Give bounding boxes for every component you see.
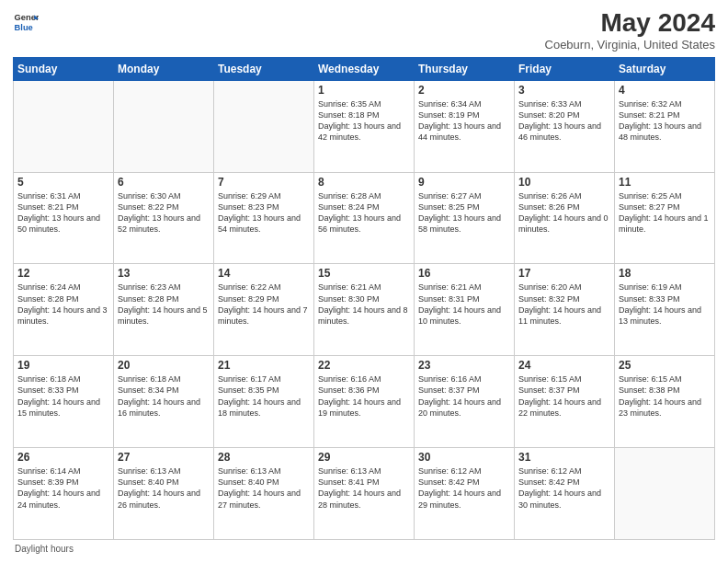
day-cell: 24Sunrise: 6:15 AM Sunset: 8:37 PM Dayli…: [515, 356, 615, 448]
week-row-2: 5Sunrise: 6:31 AM Sunset: 8:21 PM Daylig…: [14, 172, 715, 264]
day-info: Sunrise: 6:33 AM Sunset: 8:20 PM Dayligh…: [518, 98, 610, 144]
day-info: Sunrise: 6:13 AM Sunset: 8:40 PM Dayligh…: [118, 465, 210, 511]
day-number: 21: [218, 359, 310, 372]
title-block: May 2024 Coeburn, Virginia, United State…: [545, 9, 715, 52]
day-number: 7: [218, 176, 310, 189]
day-cell: 9Sunrise: 6:27 AM Sunset: 8:25 PM Daylig…: [415, 172, 515, 264]
day-number: 15: [318, 267, 410, 280]
day-info: Sunrise: 6:26 AM Sunset: 8:26 PM Dayligh…: [518, 190, 610, 236]
day-cell: 22Sunrise: 6:16 AM Sunset: 8:36 PM Dayli…: [314, 356, 415, 448]
day-info: Sunrise: 6:35 AM Sunset: 8:18 PM Dayligh…: [318, 98, 410, 144]
day-info: Sunrise: 6:18 AM Sunset: 8:33 PM Dayligh…: [17, 373, 109, 419]
day-number: 6: [118, 176, 210, 189]
day-cell: 20Sunrise: 6:18 AM Sunset: 8:34 PM Dayli…: [114, 356, 214, 448]
weekday-header-tuesday: Tuesday: [214, 57, 314, 80]
day-info: Sunrise: 6:22 AM Sunset: 8:29 PM Dayligh…: [218, 282, 310, 327]
day-cell: 17Sunrise: 6:20 AM Sunset: 8:32 PM Dayli…: [515, 264, 615, 356]
day-number: 31: [518, 451, 610, 464]
day-cell: [114, 80, 214, 172]
day-info: Sunrise: 6:29 AM Sunset: 8:23 PM Dayligh…: [218, 190, 310, 236]
day-cell: 7Sunrise: 6:29 AM Sunset: 8:23 PM Daylig…: [214, 172, 314, 264]
day-number: 4: [619, 84, 711, 97]
day-cell: 21Sunrise: 6:17 AM Sunset: 8:35 PM Dayli…: [214, 356, 314, 448]
day-cell: 4Sunrise: 6:32 AM Sunset: 8:21 PM Daylig…: [615, 80, 715, 172]
day-info: Sunrise: 6:32 AM Sunset: 8:21 PM Dayligh…: [619, 98, 711, 144]
day-info: Sunrise: 6:16 AM Sunset: 8:37 PM Dayligh…: [418, 373, 510, 419]
day-cell: 13Sunrise: 6:23 AM Sunset: 8:28 PM Dayli…: [114, 264, 214, 356]
day-number: 3: [518, 84, 610, 97]
day-info: Sunrise: 6:13 AM Sunset: 8:40 PM Dayligh…: [218, 465, 310, 511]
day-info: Sunrise: 6:16 AM Sunset: 8:36 PM Dayligh…: [318, 373, 410, 419]
day-cell: 25Sunrise: 6:15 AM Sunset: 8:38 PM Dayli…: [615, 356, 715, 448]
weekday-header-sunday: Sunday: [14, 57, 114, 80]
main-title: May 2024: [545, 9, 715, 38]
day-info: Sunrise: 6:21 AM Sunset: 8:30 PM Dayligh…: [318, 282, 410, 327]
day-cell: 31Sunrise: 6:12 AM Sunset: 8:42 PM Dayli…: [515, 448, 615, 540]
day-info: Sunrise: 6:19 AM Sunset: 8:33 PM Dayligh…: [619, 282, 711, 327]
footer-note: Daylight hours: [13, 544, 715, 554]
day-cell: 18Sunrise: 6:19 AM Sunset: 8:33 PM Dayli…: [615, 264, 715, 356]
day-cell: [214, 80, 314, 172]
day-info: Sunrise: 6:20 AM Sunset: 8:32 PM Dayligh…: [518, 282, 610, 327]
weekday-header-thursday: Thursday: [415, 57, 515, 80]
day-info: Sunrise: 6:15 AM Sunset: 8:37 PM Dayligh…: [518, 373, 610, 419]
day-info: Sunrise: 6:31 AM Sunset: 8:21 PM Dayligh…: [17, 190, 109, 236]
day-cell: 10Sunrise: 6:26 AM Sunset: 8:26 PM Dayli…: [515, 172, 615, 264]
day-cell: 19Sunrise: 6:18 AM Sunset: 8:33 PM Dayli…: [14, 356, 114, 448]
day-number: 2: [418, 84, 510, 97]
day-number: 18: [619, 267, 711, 280]
day-number: 30: [418, 451, 510, 464]
day-number: 29: [318, 451, 410, 464]
day-cell: 12Sunrise: 6:24 AM Sunset: 8:28 PM Dayli…: [14, 264, 114, 356]
day-info: Sunrise: 6:21 AM Sunset: 8:31 PM Dayligh…: [418, 282, 510, 327]
day-cell: 8Sunrise: 6:28 AM Sunset: 8:24 PM Daylig…: [314, 172, 415, 264]
day-cell: 14Sunrise: 6:22 AM Sunset: 8:29 PM Dayli…: [214, 264, 314, 356]
day-info: Sunrise: 6:28 AM Sunset: 8:24 PM Dayligh…: [318, 190, 410, 236]
day-cell: 6Sunrise: 6:30 AM Sunset: 8:22 PM Daylig…: [114, 172, 214, 264]
logo: General Blue: [13, 9, 39, 35]
day-number: 9: [418, 176, 510, 189]
day-cell: 3Sunrise: 6:33 AM Sunset: 8:20 PM Daylig…: [515, 80, 615, 172]
day-number: 5: [17, 176, 109, 189]
day-number: 28: [218, 451, 310, 464]
day-number: 26: [17, 451, 109, 464]
day-number: 16: [418, 267, 510, 280]
day-info: Sunrise: 6:14 AM Sunset: 8:39 PM Dayligh…: [17, 465, 109, 511]
day-number: 17: [518, 267, 610, 280]
week-row-4: 19Sunrise: 6:18 AM Sunset: 8:33 PM Dayli…: [14, 356, 715, 448]
day-number: 14: [218, 267, 310, 280]
day-number: 25: [619, 359, 711, 372]
day-number: 24: [518, 359, 610, 372]
day-number: 23: [418, 359, 510, 372]
day-info: Sunrise: 6:15 AM Sunset: 8:38 PM Dayligh…: [619, 373, 711, 419]
weekday-header-friday: Friday: [515, 57, 615, 80]
day-info: Sunrise: 6:13 AM Sunset: 8:41 PM Dayligh…: [318, 465, 410, 511]
logo-icon: General Blue: [13, 9, 39, 35]
day-cell: 1Sunrise: 6:35 AM Sunset: 8:18 PM Daylig…: [314, 80, 415, 172]
day-cell: 28Sunrise: 6:13 AM Sunset: 8:40 PM Dayli…: [214, 448, 314, 540]
day-number: 13: [118, 267, 210, 280]
day-cell: 5Sunrise: 6:31 AM Sunset: 8:21 PM Daylig…: [14, 172, 114, 264]
day-cell: [14, 80, 114, 172]
day-number: 11: [619, 176, 711, 189]
day-cell: 11Sunrise: 6:25 AM Sunset: 8:27 PM Dayli…: [615, 172, 715, 264]
day-number: 27: [118, 451, 210, 464]
day-info: Sunrise: 6:23 AM Sunset: 8:28 PM Dayligh…: [118, 282, 210, 327]
day-cell: 16Sunrise: 6:21 AM Sunset: 8:31 PM Dayli…: [415, 264, 515, 356]
day-number: 8: [318, 176, 410, 189]
weekday-header-saturday: Saturday: [615, 57, 715, 80]
subtitle: Coeburn, Virginia, United States: [545, 38, 715, 52]
day-cell: 23Sunrise: 6:16 AM Sunset: 8:37 PM Dayli…: [415, 356, 515, 448]
day-number: 1: [318, 84, 410, 97]
calendar-table: SundayMondayTuesdayWednesdayThursdayFrid…: [13, 57, 715, 540]
weekday-header-row: SundayMondayTuesdayWednesdayThursdayFrid…: [14, 57, 715, 80]
day-info: Sunrise: 6:25 AM Sunset: 8:27 PM Dayligh…: [619, 190, 711, 236]
day-cell: 26Sunrise: 6:14 AM Sunset: 8:39 PM Dayli…: [14, 448, 114, 540]
day-number: 10: [518, 176, 610, 189]
day-number: 19: [17, 359, 109, 372]
weekday-header-wednesday: Wednesday: [314, 57, 415, 80]
week-row-3: 12Sunrise: 6:24 AM Sunset: 8:28 PM Dayli…: [14, 264, 715, 356]
day-cell: 15Sunrise: 6:21 AM Sunset: 8:30 PM Dayli…: [314, 264, 415, 356]
day-number: 12: [17, 267, 109, 280]
day-number: 20: [118, 359, 210, 372]
